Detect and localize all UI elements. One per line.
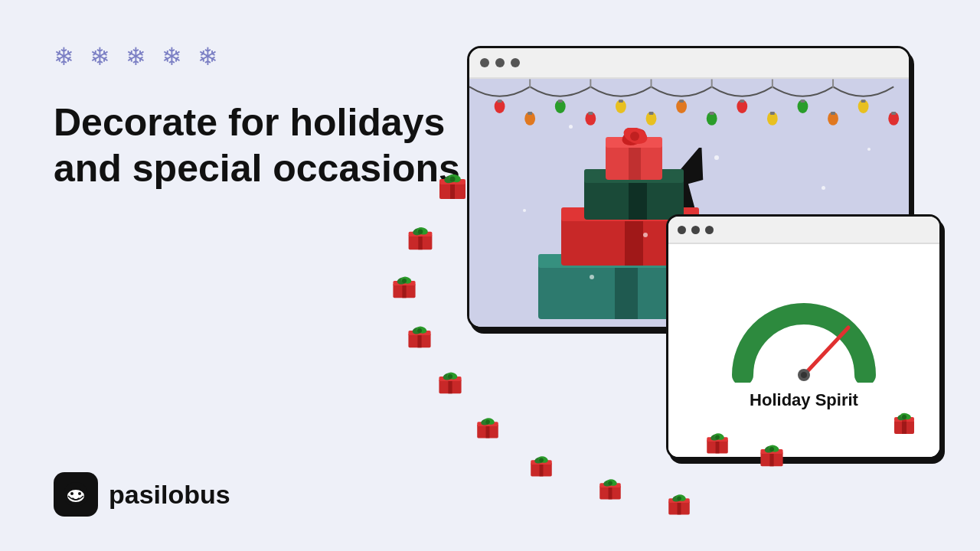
snowflake-1: ❄ [54, 42, 74, 71]
svg-rect-29 [649, 112, 654, 115]
svg-rect-33 [770, 112, 775, 115]
svg-rect-25 [528, 112, 532, 115]
snowflake-5: ❄ [198, 42, 218, 71]
svg-point-3 [78, 492, 81, 495]
small-gift-gauge [890, 408, 918, 435]
headline: Decorate for holidays and special occasi… [54, 99, 460, 191]
holiday-spirit-label: Holiday Spirit [750, 390, 858, 410]
logo-area: pasilobus [54, 472, 230, 517]
svg-rect-37 [891, 112, 896, 115]
logo-svg [62, 481, 90, 508]
svg-rect-11 [498, 99, 502, 103]
snowflake-4: ❄ [162, 42, 182, 71]
svg-point-60 [801, 372, 807, 378]
svg-line-58 [804, 328, 848, 375]
browser-dot-small-1 [678, 226, 686, 234]
snowflake-3: ❄ [126, 42, 146, 71]
gauge-container [727, 291, 880, 383]
logo-icon [54, 472, 98, 517]
browser-dot-small-2 [691, 226, 700, 234]
svg-rect-35 [831, 112, 835, 115]
svg-rect-15 [619, 99, 623, 103]
svg-point-55 [590, 275, 594, 279]
browser-bar-small [668, 217, 939, 244]
svg-point-2 [70, 492, 74, 495]
browser-content-small: Holiday Spirit [668, 244, 939, 457]
headline-line2: and special occasions [54, 145, 460, 191]
svg-rect-13 [558, 99, 563, 103]
snowflake-2: ❄ [90, 42, 110, 71]
gauge-svg [727, 291, 880, 383]
svg-rect-17 [679, 99, 684, 103]
svg-rect-21 [800, 99, 805, 103]
browser-window-small: Holiday Spirit [666, 214, 942, 459]
svg-point-54 [643, 233, 648, 237]
browser-dot-1 [480, 58, 489, 67]
browser-bar-large [469, 48, 909, 79]
svg-point-67 [902, 415, 906, 419]
svg-rect-62 [902, 420, 906, 434]
logo-text: pasilobus [109, 480, 230, 510]
svg-rect-19 [740, 99, 744, 103]
headline-line1: Decorate for holidays [54, 99, 460, 145]
svg-rect-23 [861, 99, 866, 103]
svg-rect-27 [588, 112, 593, 115]
browser-dot-2 [495, 58, 505, 67]
browser-dot-small-3 [705, 226, 714, 234]
browser-dot-3 [511, 58, 520, 67]
snowflakes-row: ❄ ❄ ❄ ❄ ❄ [54, 42, 218, 71]
svg-rect-31 [710, 112, 714, 115]
svg-point-53 [630, 132, 639, 141]
